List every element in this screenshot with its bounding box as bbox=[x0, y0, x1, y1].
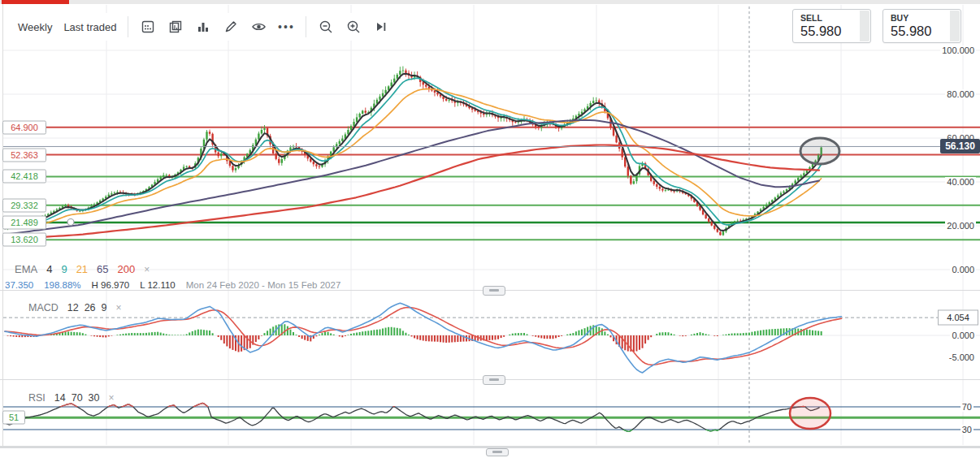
rsi-annotation-ellipse[interactable] bbox=[790, 398, 830, 429]
buy-label: BUY bbox=[891, 13, 908, 23]
macd-legend-params: 12 26 9 bbox=[67, 302, 107, 313]
macd-legend: MACD 12 26 9 × bbox=[28, 302, 121, 313]
price-annotation-ellipse[interactable] bbox=[800, 138, 839, 164]
sell-trend-strip bbox=[860, 11, 869, 41]
chart-panels-icon[interactable] bbox=[167, 19, 184, 35]
ema-param-9: 9 bbox=[61, 263, 67, 275]
resize-handle-bottom[interactable] bbox=[486, 448, 509, 456]
zoom-in-icon[interactable] bbox=[345, 19, 362, 35]
ema-param-200: 200 bbox=[118, 263, 136, 275]
change-percent: 198.88% bbox=[44, 280, 80, 290]
last-value: 37.350 bbox=[5, 280, 33, 290]
ema-legend-name: EMA bbox=[15, 263, 37, 275]
ema-lines bbox=[5, 74, 822, 240]
buy-trend-strip bbox=[950, 11, 960, 41]
resize-handle-rsi[interactable] bbox=[483, 375, 505, 385]
level-label-64.900[interactable]: 64.900 bbox=[2, 120, 46, 134]
rsi-legend-params: 14 70 30 bbox=[54, 392, 100, 404]
price-axis-label: 100.000 bbox=[940, 45, 976, 55]
macd-low-label: -5.000 bbox=[947, 352, 976, 362]
macd-legend-name: MACD bbox=[28, 302, 59, 313]
price-axis-label: 0.000 bbox=[950, 265, 976, 274]
rsi-legend-name: RSI bbox=[28, 392, 46, 404]
price-axis-label: 20.000 bbox=[945, 221, 976, 231]
sell-price: 55.980 bbox=[800, 24, 841, 39]
rsi-upper-label: 70 bbox=[960, 402, 973, 412]
range-high: H 96.970 bbox=[92, 280, 130, 290]
level-label-29.332[interactable]: 29.332 bbox=[2, 198, 46, 212]
macd-histogram bbox=[8, 324, 822, 352]
buy-price: 55.980 bbox=[891, 24, 931, 39]
level-label-21.489[interactable]: 21.489 bbox=[2, 215, 46, 229]
top-progress-bar bbox=[2, 0, 69, 4]
drawing-anchor-dot[interactable] bbox=[67, 219, 74, 226]
range-low: L 12.110 bbox=[140, 280, 175, 290]
timeframe-dropdown[interactable]: Weekly bbox=[18, 21, 52, 33]
sell-label: SELL bbox=[800, 13, 822, 23]
macd-zero-label: 0.000 bbox=[950, 331, 976, 340]
rsi-legend: RSI 14 70 30 × bbox=[28, 392, 114, 404]
ema-legend: EMA 492165200 × bbox=[15, 263, 150, 275]
chart-canvas[interactable] bbox=[0, 0, 980, 458]
rsi-close-icon[interactable]: × bbox=[108, 392, 114, 404]
zoom-out-icon[interactable] bbox=[318, 19, 334, 35]
price-axis-label: 80.000 bbox=[945, 89, 976, 99]
rsi-lower-label: 30 bbox=[960, 425, 973, 434]
current-price-badge: 56.130 bbox=[940, 139, 980, 153]
trading-chart-app: Weekly Last traded ••• bbox=[0, 0, 980, 458]
ema-param-65: 65 bbox=[97, 263, 108, 275]
top-progress-track bbox=[0, 0, 980, 4]
sell-button[interactable]: SELL 55.980 bbox=[792, 9, 871, 43]
chart-toolbar: Weekly Last traded ••• bbox=[11, 13, 396, 41]
toolbar-separator-2 bbox=[306, 16, 306, 37]
draw-icon[interactable] bbox=[223, 19, 239, 35]
price-info-row: 37.350 198.88% H 96.970 L 12.110 Mon 24 … bbox=[5, 280, 340, 290]
macd-value-label: 4.054 bbox=[938, 310, 978, 326]
level-label-13.620[interactable]: 13.620 bbox=[2, 233, 46, 247]
resize-handle-macd[interactable] bbox=[483, 286, 505, 296]
rsi-level-label[interactable]: 51 bbox=[2, 411, 25, 425]
ema-close-icon[interactable]: × bbox=[144, 264, 150, 275]
macd-close-icon[interactable]: × bbox=[115, 302, 121, 313]
go-to-end-icon[interactable] bbox=[373, 19, 389, 35]
ema-legend-params: 492165200 bbox=[46, 263, 135, 275]
ema-param-21: 21 bbox=[76, 263, 88, 275]
eye-icon[interactable] bbox=[250, 19, 267, 35]
level-label-52.363[interactable]: 52.363 bbox=[2, 148, 46, 162]
indicator-grid-icon[interactable] bbox=[140, 19, 156, 35]
level-label-42.418[interactable]: 42.418 bbox=[2, 170, 46, 184]
column-chart-icon[interactable] bbox=[195, 19, 211, 35]
more-icon[interactable]: ••• bbox=[278, 19, 294, 35]
buy-button[interactable]: BUY 55.980 bbox=[882, 9, 961, 43]
deal-ticket: SELL 55.980 BUY 55.980 bbox=[792, 9, 961, 43]
ema-param-4: 4 bbox=[46, 263, 52, 275]
toolbar-separator bbox=[128, 16, 128, 37]
date-range: Mon 24 Feb 2020 - Mon 15 Feb 2027 bbox=[186, 280, 341, 290]
price-axis-label: 40.000 bbox=[945, 177, 976, 187]
price-type-dropdown[interactable]: Last traded bbox=[63, 21, 116, 33]
